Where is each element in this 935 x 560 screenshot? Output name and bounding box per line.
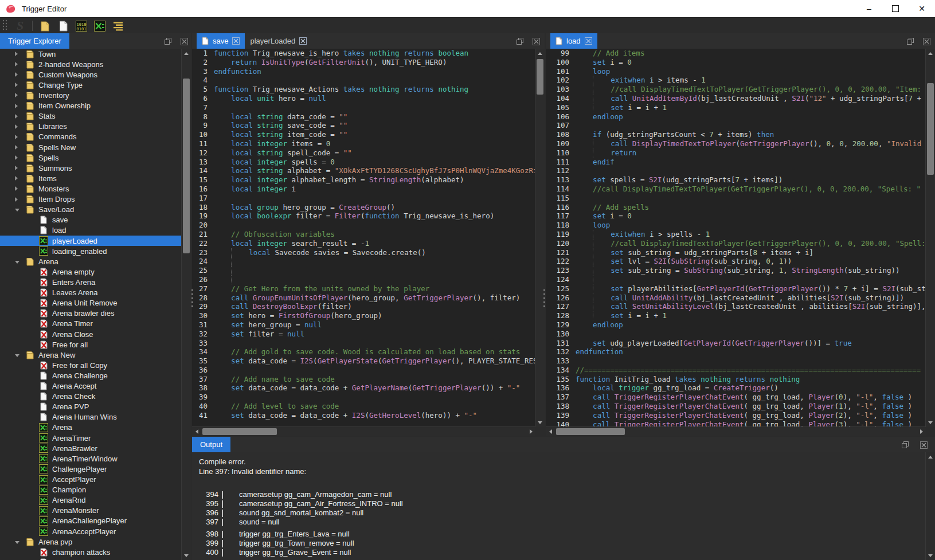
code-line[interactable]: 106 endloop bbox=[546, 112, 926, 122]
scroll-up-icon[interactable] bbox=[535, 49, 545, 58]
code-editor-load[interactable]: 99 // Add items100 set i = 0101 loop102 … bbox=[546, 49, 926, 427]
tree-item[interactable]: Arena Human Wins bbox=[0, 412, 191, 422]
code-line[interactable]: 130 bbox=[546, 330, 926, 339]
editor-left-vscrollbar[interactable] bbox=[535, 49, 545, 427]
tree-item[interactable]: Arena Timer bbox=[0, 319, 191, 329]
code-line[interactable]: 11 local integer items = 0 bbox=[192, 139, 535, 148]
tree-item[interactable]: Town bbox=[0, 49, 191, 59]
explorer-title-tab[interactable]: Trigger Explorer bbox=[0, 33, 69, 49]
tree-item[interactable]: Free for all bbox=[0, 339, 191, 350]
tab-playerLoaded[interactable]: playerLoaded bbox=[245, 33, 312, 49]
code-line[interactable]: 29 call DestroyBoolExpr(filter) bbox=[192, 302, 535, 311]
tree-item[interactable]: Arena bbox=[0, 422, 191, 433]
code-line[interactable]: 107 bbox=[546, 121, 926, 130]
code-line[interactable]: 6 local unit hero = null bbox=[192, 94, 535, 103]
code-line[interactable]: 132endfunction bbox=[546, 347, 926, 357]
code-line[interactable]: 18 local group hero_group = CreateGroup(… bbox=[192, 203, 535, 212]
code-line[interactable]: 102 exitwhen i > items - 1 bbox=[546, 76, 926, 85]
editor-right-hscrollbar[interactable] bbox=[546, 426, 926, 436]
tree-item[interactable]: AcceptPlayer bbox=[0, 474, 191, 484]
code-line[interactable]: 10 local string item_code = "" bbox=[192, 130, 535, 139]
output-scrollbar[interactable] bbox=[925, 452, 935, 560]
tree-item[interactable]: Items bbox=[0, 173, 191, 183]
code-line[interactable]: 124 bbox=[546, 275, 926, 284]
code-line[interactable]: 26 bbox=[192, 275, 535, 284]
expand-arrow-icon[interactable] bbox=[15, 69, 25, 80]
code-line[interactable]: 25 bbox=[192, 266, 535, 275]
scrollbar-thumb[interactable] bbox=[537, 59, 543, 95]
code-line[interactable]: 121 set sub_string = udg_stringParts[8 +… bbox=[546, 248, 926, 257]
tree-item[interactable]: Item Ownership bbox=[0, 101, 191, 111]
collapse-arrow-icon[interactable] bbox=[15, 256, 25, 267]
code-line[interactable]: 103 //call DisplayTimedTextToPlayer(GetT… bbox=[546, 85, 926, 94]
code-line[interactable]: 138 call TriggerRegisterPlayerChatEvent(… bbox=[546, 402, 926, 411]
expand-arrow-icon[interactable] bbox=[15, 173, 25, 183]
tree-item[interactable]: Change Type bbox=[0, 80, 191, 90]
tree-item[interactable]: Save/Load bbox=[0, 205, 191, 215]
tree-item[interactable]: ArenaRnd bbox=[0, 495, 191, 506]
code-line[interactable]: 120 //call DisplayTimedTextToPlayer(GetT… bbox=[546, 239, 926, 248]
code-line[interactable]: 116 // Add spells bbox=[546, 203, 926, 212]
tree-item[interactable]: Arena brawler dies bbox=[0, 308, 191, 319]
code-line[interactable]: 9 local string save_code = "" bbox=[192, 121, 535, 130]
code-line[interactable]: 38 set data_code = data_code + GetPlayer… bbox=[192, 383, 535, 393]
code-line[interactable]: 101 loop bbox=[546, 67, 926, 76]
code-line[interactable]: 122 set lvl = S2I(SubString(sub_string, … bbox=[546, 257, 926, 266]
code-line[interactable]: 113 set spells = S2I(udg_stringParts[7 +… bbox=[546, 175, 926, 185]
code-line[interactable]: 127 call SetUnitAbilityLevel(bj_lastCrea… bbox=[546, 302, 926, 311]
code-line[interactable]: 136 local trigger gg_trg_load = CreateTr… bbox=[546, 383, 926, 393]
scroll-down-icon[interactable] bbox=[926, 551, 935, 560]
code-line[interactable]: 114 //call DisplayTimedTextToPlayer(GetT… bbox=[546, 185, 926, 194]
code-line[interactable]: 137 call TriggerRegisterPlayerChatEvent(… bbox=[546, 393, 926, 402]
tab-save[interactable]: save bbox=[197, 33, 245, 49]
tree-item[interactable]: Arena bbox=[0, 256, 191, 267]
code-line[interactable]: 117 set i = 0 bbox=[546, 212, 926, 221]
close-panel-icon[interactable] bbox=[532, 37, 540, 45]
tree-item[interactable]: Inventory bbox=[0, 90, 191, 100]
toolbar-drag-handle-icon[interactable] bbox=[2, 19, 7, 33]
variable-list-icon[interactable] bbox=[111, 19, 126, 33]
close-button[interactable]: ✕ bbox=[909, 0, 935, 17]
collapse-arrow-icon[interactable] bbox=[15, 536, 25, 547]
float-panel-icon[interactable] bbox=[164, 37, 172, 45]
close-tab-icon[interactable] bbox=[585, 37, 592, 45]
tree-item[interactable]: Arena PVP bbox=[0, 402, 191, 412]
splitter-explorer-editor[interactable] bbox=[191, 289, 193, 308]
explorer-scrollbar[interactable] bbox=[181, 49, 191, 560]
code-line[interactable]: 126 call UnitAddAbility(bj_lastCreatedUn… bbox=[546, 293, 926, 303]
tree-item[interactable]: Enters Arena bbox=[0, 277, 191, 287]
scrollbar-thumb[interactable] bbox=[202, 428, 277, 435]
expand-arrow-icon[interactable] bbox=[15, 194, 25, 205]
output-tab[interactable]: Output bbox=[192, 437, 230, 452]
expand-arrow-icon[interactable] bbox=[15, 59, 25, 69]
expand-arrow-icon[interactable] bbox=[15, 142, 25, 152]
tree-item[interactable]: playerLoaded bbox=[0, 236, 191, 246]
collapse-arrow-icon[interactable] bbox=[15, 205, 25, 215]
tree-item[interactable]: Arena New bbox=[0, 350, 191, 360]
scroll-up-icon[interactable] bbox=[926, 452, 935, 461]
code-line[interactable]: 32 set filter = null bbox=[192, 330, 535, 339]
tree-item[interactable]: Stats bbox=[0, 111, 191, 122]
tree-item[interactable]: ArenaBrawler bbox=[0, 443, 191, 453]
jass-script-icon[interactable]: S bbox=[13, 19, 28, 33]
new-document-icon[interactable] bbox=[56, 19, 71, 33]
code-line[interactable]: 8 local string data_code = "" bbox=[192, 112, 535, 122]
tree-item[interactable]: 2-handed Weapons bbox=[0, 59, 191, 69]
code-line[interactable]: 21 // Obfuscation variables bbox=[192, 230, 535, 239]
expand-arrow-icon[interactable] bbox=[15, 80, 25, 90]
close-tab-icon[interactable] bbox=[232, 37, 240, 45]
tree-item[interactable]: Commands bbox=[0, 132, 191, 142]
close-panel-icon[interactable] bbox=[920, 441, 928, 449]
code-line[interactable]: 134//===================================… bbox=[546, 366, 926, 375]
tree-item[interactable]: ArenaChallengePlayer bbox=[0, 516, 191, 526]
expand-arrow-icon[interactable] bbox=[15, 183, 25, 194]
code-line[interactable]: 5function Trig_newsave_Actions takes not… bbox=[192, 85, 535, 94]
code-line[interactable]: 7 bbox=[192, 103, 535, 112]
editor-right-vscrollbar[interactable] bbox=[925, 49, 935, 427]
expand-arrow-icon[interactable] bbox=[15, 101, 25, 111]
tree-item[interactable]: ArenaMonster bbox=[0, 506, 191, 516]
scroll-down-icon[interactable] bbox=[182, 551, 191, 560]
tree-item[interactable]: Arena empty bbox=[0, 267, 191, 277]
code-line[interactable]: 33 bbox=[192, 339, 535, 348]
code-line[interactable]: 14 local string alphabet = "XOkAxFtTYD12… bbox=[192, 166, 535, 175]
